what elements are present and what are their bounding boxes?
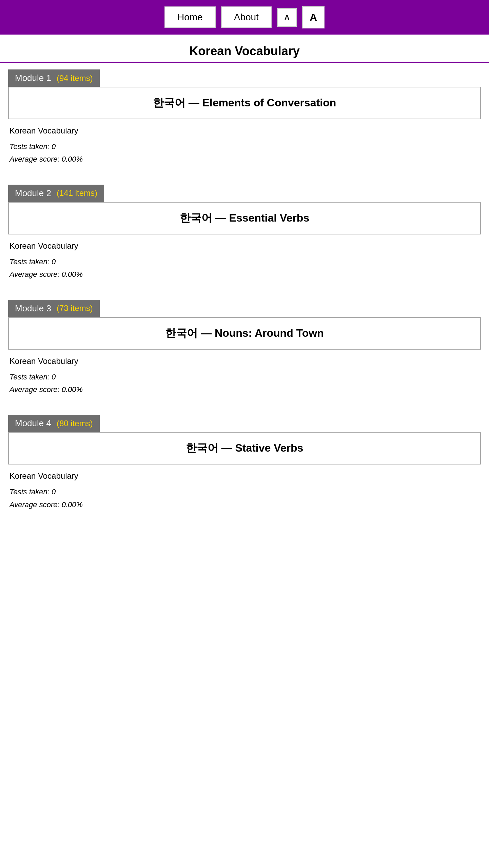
module-meta-2: Korean Vocabulary Tests taken: 0Average … bbox=[8, 239, 481, 283]
module-card-3[interactable]: 한국어 — Nouns: Around Town bbox=[8, 317, 481, 350]
module-meta-3: Korean Vocabulary Tests taken: 0Average … bbox=[8, 354, 481, 398]
module-category-4: Korean Vocabulary bbox=[9, 471, 480, 481]
module-header-4: Module 4 (80 items) bbox=[8, 415, 100, 432]
module-stats-3: Tests taken: 0Average score: 0.00% bbox=[9, 371, 480, 396]
module-category-2: Korean Vocabulary bbox=[9, 241, 480, 251]
about-button[interactable]: About bbox=[221, 6, 272, 28]
module-card-title-3: 한국어 — Nouns: Around Town bbox=[165, 327, 324, 339]
module-title-4: Module 4 bbox=[15, 418, 51, 429]
module-stats-2: Tests taken: 0Average score: 0.00% bbox=[9, 255, 480, 281]
module-block-4: Module 4 (80 items) 한국어 — Stative Verbs … bbox=[8, 415, 481, 513]
main-content: Module 1 (94 items) 한국어 — Elements of Co… bbox=[0, 63, 489, 537]
module-title-1: Module 1 bbox=[15, 73, 51, 83]
font-small-button[interactable]: A bbox=[277, 8, 297, 27]
module-card-title-4: 한국어 — Stative Verbs bbox=[186, 442, 304, 454]
module-card-title-1: 한국어 — Elements of Conversation bbox=[153, 97, 336, 109]
module-block-3: Module 3 (73 items) 한국어 — Nouns: Around … bbox=[8, 300, 481, 398]
font-large-button[interactable]: A bbox=[302, 6, 325, 28]
module-title-2: Module 2 bbox=[15, 188, 51, 199]
module-items-count-2: (141 items) bbox=[57, 188, 97, 198]
navbar: Home About A A bbox=[0, 0, 489, 35]
module-meta-1: Korean Vocabulary Tests taken: 0Average … bbox=[8, 124, 481, 168]
module-block-2: Module 2 (141 items) 한국어 — Essential Ver… bbox=[8, 185, 481, 283]
module-header-3: Module 3 (73 items) bbox=[8, 300, 100, 317]
module-category-1: Korean Vocabulary bbox=[9, 126, 480, 136]
module-card-1[interactable]: 한국어 — Elements of Conversation bbox=[8, 87, 481, 119]
module-stats-1: Tests taken: 0Average score: 0.00% bbox=[9, 140, 480, 166]
module-title-3: Module 3 bbox=[15, 303, 51, 314]
page-title-section: Korean Vocabulary bbox=[0, 35, 489, 63]
module-category-3: Korean Vocabulary bbox=[9, 356, 480, 366]
module-card-2[interactable]: 한국어 — Essential Verbs bbox=[8, 202, 481, 234]
module-items-count-3: (73 items) bbox=[57, 304, 93, 313]
module-items-count-1: (94 items) bbox=[57, 74, 93, 83]
page-title: Korean Vocabulary bbox=[7, 44, 482, 58]
module-card-4[interactable]: 한국어 — Stative Verbs bbox=[8, 432, 481, 464]
module-header-1: Module 1 (94 items) bbox=[8, 69, 100, 87]
home-button[interactable]: Home bbox=[164, 6, 216, 28]
module-stats-4: Tests taken: 0Average score: 0.00% bbox=[9, 485, 480, 511]
module-header-2: Module 2 (141 items) bbox=[8, 185, 104, 202]
module-card-title-2: 한국어 — Essential Verbs bbox=[180, 212, 309, 224]
module-block-1: Module 1 (94 items) 한국어 — Elements of Co… bbox=[8, 69, 481, 168]
module-items-count-4: (80 items) bbox=[57, 419, 93, 428]
module-meta-4: Korean Vocabulary Tests taken: 0Average … bbox=[8, 469, 481, 513]
